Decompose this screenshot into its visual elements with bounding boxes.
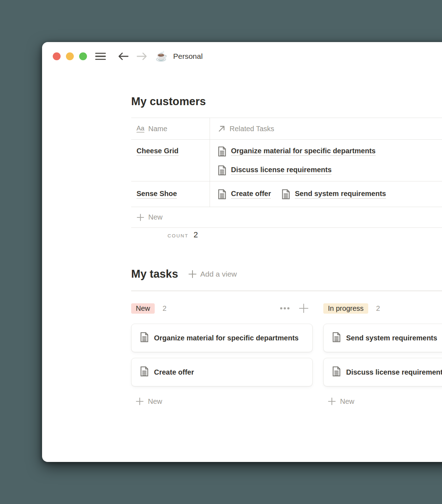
plus-icon <box>135 397 144 406</box>
column-header-name[interactable]: Aa Name <box>131 118 210 139</box>
page-icon <box>218 189 226 199</box>
task-card[interactable]: Discuss license requirements <box>323 358 442 386</box>
page-icon <box>282 189 290 199</box>
tasks-section-header: My tasks Add a view <box>131 267 237 281</box>
column-add-card-button[interactable] <box>298 303 309 314</box>
table-header-row: Aa Name Related Tasks <box>131 118 442 139</box>
plus-icon <box>188 269 197 279</box>
relation-property-icon <box>218 125 226 133</box>
customer-page-link[interactable]: Cheese Grid <box>137 147 179 156</box>
task-card-title: Create offer <box>154 368 194 376</box>
table-new-row-button[interactable]: New <box>131 207 442 228</box>
plus-icon <box>137 214 144 221</box>
board-column-in-progress: In progress 2 Send system requirements D… <box>323 302 442 406</box>
table-row: Cheese Grid Organize material for specif… <box>131 139 442 181</box>
add-view-label: Add a view <box>200 270 237 278</box>
status-badge-in-progress[interactable]: In progress <box>323 303 368 314</box>
titlebar: ☕ Personal <box>42 42 442 71</box>
sidebar-toggle-icon[interactable] <box>95 53 106 60</box>
section-divider <box>131 290 442 291</box>
zoom-button[interactable] <box>79 52 87 60</box>
page-icon <box>218 165 226 175</box>
new-card-label: New <box>340 397 354 406</box>
task-page-link[interactable]: Discuss license requirements <box>231 166 332 175</box>
close-button[interactable] <box>53 52 61 60</box>
customer-page-link[interactable]: Sense Shoe <box>137 190 177 199</box>
status-badge-new[interactable]: New <box>131 303 155 314</box>
column-header-name-label: Name <box>148 125 167 133</box>
tasks-collection-title[interactable]: My tasks <box>131 267 178 281</box>
page-icon <box>140 332 149 342</box>
board-column-new: New 2 Organize material for specific dep… <box>131 302 313 406</box>
column-header-related-tasks[interactable]: Related Tasks <box>210 118 442 139</box>
tasks-board: New 2 Organize material for specific dep… <box>131 302 442 451</box>
plus-icon <box>328 397 336 406</box>
plus-icon <box>298 303 309 314</box>
count-value: 2 <box>194 230 198 240</box>
page-icon <box>218 146 226 156</box>
page-emoji-icon[interactable]: ☕ <box>155 52 168 61</box>
column-header: New 2 <box>131 302 313 315</box>
customers-collection-title[interactable]: My customers <box>131 95 206 108</box>
column-count: 2 <box>163 304 166 313</box>
table-new-label: New <box>148 213 163 221</box>
back-icon[interactable] <box>118 52 129 61</box>
task-card[interactable]: Create offer <box>131 358 313 386</box>
task-card-title: Send system requirements <box>346 334 437 342</box>
column-more-options-button[interactable] <box>280 307 290 310</box>
minimize-button[interactable] <box>66 52 74 60</box>
forward-icon[interactable] <box>136 52 148 61</box>
task-page-link[interactable]: Organize material for specific departmen… <box>231 147 376 156</box>
app-window: ☕ Personal My customers Aa Name Related … <box>42 42 442 462</box>
add-view-button[interactable]: Add a view <box>188 269 237 279</box>
count-label: COUNT <box>168 233 189 238</box>
ellipsis-icon <box>280 307 290 310</box>
column-header-related-label: Related Tasks <box>230 125 274 133</box>
new-card-label: New <box>148 397 162 406</box>
column-new-card-button[interactable]: New <box>131 397 313 406</box>
column-new-card-button[interactable]: New <box>323 397 442 406</box>
traffic-lights <box>53 52 87 60</box>
task-card[interactable]: Organize material for specific departmen… <box>131 324 313 352</box>
column-header: In progress 2 <box>323 302 442 315</box>
table-count-control[interactable]: COUNT 2 <box>168 230 198 246</box>
related-tasks-cell: Create offer Send system requirements <box>210 181 442 207</box>
column-count: 2 <box>376 304 380 313</box>
task-page-link[interactable]: Send system requirements <box>295 190 386 199</box>
task-card-title: Organize material for specific departmen… <box>154 334 299 342</box>
page-icon <box>332 366 341 376</box>
title-property-icon: Aa <box>137 125 144 133</box>
customer-name-cell[interactable]: Sense Shoe <box>131 181 210 207</box>
page-icon <box>332 332 341 342</box>
breadcrumb-page-title[interactable]: Personal <box>173 52 203 61</box>
related-tasks-cell: Organize material for specific departmen… <box>210 140 442 181</box>
customer-name-cell[interactable]: Cheese Grid <box>131 140 210 181</box>
task-card[interactable]: Send system requirements <box>323 324 442 352</box>
page-icon <box>140 366 149 376</box>
task-page-link[interactable]: Create offer <box>231 190 271 199</box>
task-card-title: Discuss license requirements <box>346 368 442 376</box>
customers-table: Aa Name Related Tasks Cheese Grid Organi… <box>131 118 442 228</box>
table-row: Sense Shoe Create offer Send system requ… <box>131 181 442 207</box>
